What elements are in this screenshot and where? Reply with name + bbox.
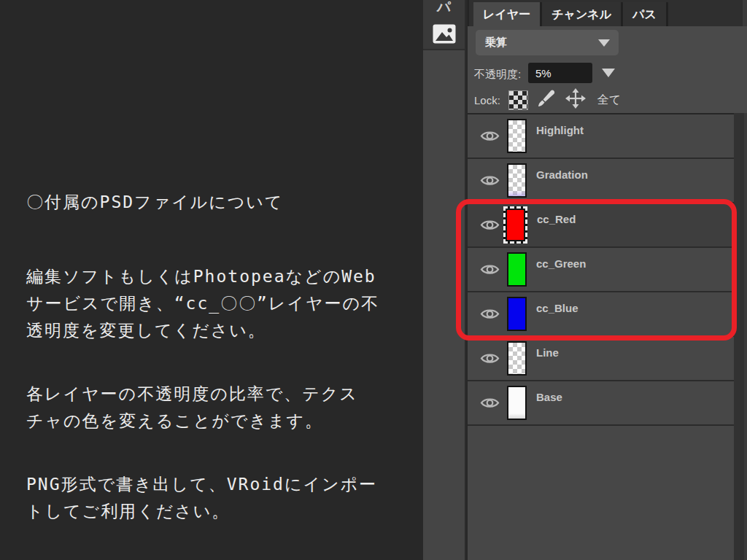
panel-tabbar: レイヤー チャンネル パス bbox=[468, 0, 743, 26]
layer-row-gradation[interactable]: Gradation bbox=[468, 159, 734, 203]
tab-layers[interactable]: レイヤー bbox=[473, 2, 542, 26]
layer-row-cc-red[interactable]: cc_Red bbox=[468, 203, 734, 248]
visibility-eye-icon[interactable] bbox=[478, 351, 501, 365]
visibility-eye-icon[interactable] bbox=[478, 262, 501, 276]
tab-channels[interactable]: チャンネル bbox=[542, 2, 623, 26]
dock-top-section: パ bbox=[423, 0, 465, 50]
lock-row: Lock: bbox=[474, 88, 621, 112]
layer-row-cc-blue[interactable]: cc_Blue bbox=[468, 292, 734, 337]
layer-name: Highlight bbox=[536, 124, 584, 136]
instruction-text: 〇付属のPSDファイルについて 編集ソフトもしくはPhotopeaなどのWeb … bbox=[26, 162, 413, 560]
lock-transparency-icon[interactable] bbox=[508, 90, 528, 110]
layer-thumbnail[interactable] bbox=[507, 297, 527, 331]
lock-paint-brush-icon[interactable] bbox=[537, 89, 556, 111]
visibility-eye-icon[interactable] bbox=[478, 129, 501, 143]
layer-thumbnail[interactable] bbox=[507, 210, 524, 240]
opacity-slider-arrow-icon[interactable] bbox=[602, 69, 615, 77]
layer-thumbnail[interactable] bbox=[507, 252, 527, 287]
layer-name: cc_Blue bbox=[536, 302, 578, 314]
layer-row-cc-green[interactable]: cc_Green bbox=[468, 248, 734, 292]
visibility-eye-icon[interactable] bbox=[478, 218, 501, 232]
lock-label: Lock: bbox=[474, 94, 500, 106]
visibility-eye-icon[interactable] bbox=[478, 396, 501, 410]
layer-row-highlight[interactable]: Highlight bbox=[468, 114, 734, 159]
selected-thumbnail-marching-ants bbox=[503, 206, 527, 244]
layers-list: Highlight Gradation cc_Red cc_Green bbox=[468, 113, 734, 560]
layer-thumbnail[interactable] bbox=[507, 163, 527, 198]
lock-all-label[interactable]: 全て bbox=[597, 93, 621, 108]
visibility-eye-icon[interactable] bbox=[478, 307, 501, 321]
panel-dock-strip: パ bbox=[423, 0, 466, 560]
lock-position-move-icon[interactable] bbox=[565, 88, 586, 112]
instruction-paragraph: PNG形式で書き出して、VRoidにインポー トしてご利用ください。 bbox=[26, 471, 413, 525]
layer-name: Gradation bbox=[536, 168, 588, 181]
layers-panel: レイヤー チャンネル パス 乗算 不透明度: Lock: bbox=[468, 0, 747, 560]
layer-controls: 乗算 不透明度: Lock: bbox=[468, 26, 747, 113]
blend-mode-value: 乗算 bbox=[485, 36, 507, 50]
opacity-input[interactable] bbox=[528, 63, 592, 83]
visibility-eye-icon[interactable] bbox=[478, 174, 501, 187]
layer-row-base[interactable]: Base bbox=[468, 381, 734, 426]
tab-paths[interactable]: パス bbox=[623, 2, 668, 26]
instruction-pane: 〇付属のPSDファイルについて 編集ソフトもしくはPhotopeaなどのWeb … bbox=[0, 0, 423, 560]
layer-row-line[interactable]: Line bbox=[468, 337, 734, 381]
opacity-label: 不透明度: bbox=[474, 68, 521, 82]
layer-name: Line bbox=[536, 346, 559, 359]
layer-name: cc_Green bbox=[536, 257, 586, 270]
blend-mode-select[interactable]: 乗算 bbox=[476, 30, 619, 55]
layer-name: cc_Red bbox=[537, 213, 576, 225]
instruction-title: 〇付属のPSDファイルについて bbox=[26, 189, 413, 216]
layer-thumbnail[interactable] bbox=[507, 119, 527, 153]
layer-name: Base bbox=[536, 391, 562, 403]
instruction-paragraph: 各レイヤーの不透明度の比率で、テクス チャの色を変えることができます。 bbox=[26, 381, 413, 435]
collapsed-panel-tab[interactable]: パ bbox=[423, 0, 465, 20]
layer-thumbnail[interactable] bbox=[507, 386, 527, 420]
instruction-paragraph: 編集ソフトもしくはPhotopeaなどのWeb サービスで開き、“cc_〇〇”レ… bbox=[26, 263, 413, 344]
layer-thumbnail[interactable] bbox=[507, 341, 527, 376]
layers-scrollbar-track[interactable] bbox=[734, 113, 744, 560]
chevron-down-icon bbox=[598, 39, 610, 47]
image-panel-icon[interactable] bbox=[433, 24, 456, 44]
